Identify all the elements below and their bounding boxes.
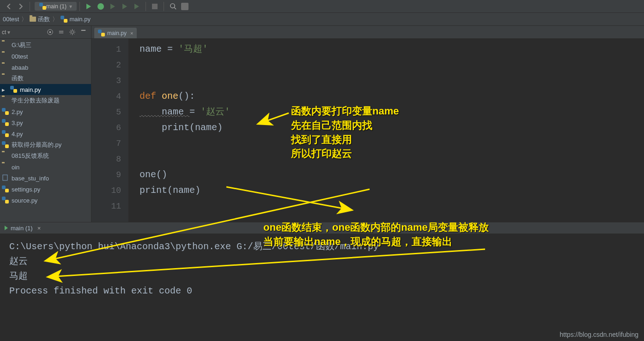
folder-icon bbox=[2, 152, 9, 160]
target-icon[interactable] bbox=[47, 29, 54, 36]
tree-item-label: 0815反馈系统 bbox=[12, 152, 49, 160]
coverage-run-icon[interactable] bbox=[109, 2, 117, 11]
forward-icon[interactable] bbox=[17, 2, 25, 11]
tree-item-label: 学生分数去除废题 bbox=[12, 96, 60, 105]
line-gutter: 1234567891011 bbox=[91, 39, 128, 222]
line-number: 3 bbox=[91, 73, 121, 89]
editor-tab[interactable]: main.py × bbox=[94, 28, 137, 38]
python-icon bbox=[10, 86, 18, 93]
tree-item[interactable]: 4.py bbox=[0, 128, 91, 139]
tree-item[interactable]: settings.py bbox=[0, 184, 91, 195]
tree-item-label: main.py bbox=[20, 86, 41, 93]
tree-item[interactable]: 学生分数去除废题 bbox=[0, 95, 91, 106]
console-line: Process finished with exit code 0 bbox=[9, 284, 635, 299]
tree-item-label: 3.py bbox=[12, 120, 23, 126]
hide-icon[interactable] bbox=[80, 29, 87, 36]
tree-item[interactable]: ▸main.py bbox=[0, 84, 91, 95]
tree-item[interactable]: 获取得分最高的.py bbox=[0, 139, 91, 150]
back-icon[interactable] bbox=[5, 2, 13, 11]
tree-item-label: base_stu_info bbox=[12, 175, 49, 182]
chevron-down-icon: ▾ bbox=[69, 3, 72, 10]
line-number: 4 bbox=[91, 89, 121, 104]
close-icon[interactable]: × bbox=[130, 30, 133, 36]
tree-item-label: G:\易三 bbox=[12, 41, 31, 49]
run-icon bbox=[5, 226, 8, 230]
console-line: 马超 bbox=[9, 269, 635, 284]
tree-item-label: 获取得分最高的.py bbox=[12, 141, 61, 149]
line-number: 11 bbox=[91, 198, 121, 214]
python-icon bbox=[2, 185, 9, 193]
tree-item[interactable]: abaab bbox=[0, 62, 91, 73]
folder-icon bbox=[2, 75, 9, 82]
stop-icon[interactable] bbox=[151, 2, 159, 11]
annotation-text-2: one函数结束，one函数内部的name局变量被释放 当前要输出name，现成的… bbox=[263, 221, 489, 249]
watermark: https://blog.csdn.net/ifubing bbox=[560, 331, 638, 338]
breadcrumb-bar: 00test 〉 函数 〉 main.py bbox=[0, 13, 644, 26]
chevron-right-icon: 〉 bbox=[21, 15, 27, 24]
settings-gear-icon[interactable] bbox=[69, 29, 76, 36]
profile-run-icon[interactable] bbox=[121, 2, 129, 11]
close-icon[interactable]: × bbox=[37, 225, 41, 232]
run-tab[interactable]: main (1) × bbox=[5, 225, 41, 232]
tree-item[interactable]: oin bbox=[0, 162, 91, 173]
debug-icon[interactable] bbox=[97, 2, 105, 11]
main-toolbar: main (1) ▾ bbox=[0, 0, 644, 13]
python-icon bbox=[39, 3, 46, 10]
project-tree[interactable]: G:\易三00testabaab函数▸main.py学生分数去除废题2.py3.… bbox=[0, 39, 91, 222]
line-number: 1 bbox=[91, 42, 121, 57]
collapse-icon[interactable] bbox=[58, 29, 65, 36]
tree-item-label: source.py bbox=[12, 197, 37, 204]
run-config-label: main (1) bbox=[46, 3, 67, 10]
svg-point-0 bbox=[170, 4, 174, 8]
structure-icon[interactable] bbox=[181, 2, 189, 11]
python-icon bbox=[2, 119, 9, 126]
breadcrumb-item[interactable]: main.py bbox=[61, 16, 91, 23]
python-icon bbox=[61, 16, 67, 23]
console-line: 赵云 bbox=[9, 254, 635, 269]
line-number: 9 bbox=[91, 167, 121, 183]
tree-item-label: settings.py bbox=[12, 186, 40, 193]
tree-item-label: 00test bbox=[12, 53, 28, 60]
tree-item-label: oin bbox=[12, 164, 19, 171]
file-icon bbox=[2, 174, 9, 182]
tree-item[interactable]: 函数 bbox=[0, 73, 91, 84]
tree-item[interactable]: source.py bbox=[0, 195, 91, 206]
svg-rect-5 bbox=[81, 30, 85, 30]
editor-tab-label: main.py bbox=[107, 30, 127, 36]
sidebar-title: ct bbox=[2, 29, 6, 36]
sidebar-header: ct ▾ bbox=[0, 26, 91, 39]
folder-icon bbox=[2, 64, 9, 71]
python-icon bbox=[2, 141, 9, 149]
run-config-chip[interactable]: main (1) ▾ bbox=[35, 2, 77, 11]
breadcrumb-item[interactable]: 00test bbox=[3, 16, 19, 23]
run-tab-label: main (1) bbox=[11, 225, 33, 232]
concurrent-run-icon[interactable] bbox=[133, 2, 141, 11]
line-number: 2 bbox=[91, 57, 121, 73]
svg-point-3 bbox=[49, 31, 51, 33]
tree-item[interactable]: 2.py bbox=[0, 106, 91, 117]
run-console[interactable]: C:\Users\python_hui\Anaconda3\python.exe… bbox=[0, 234, 644, 341]
tree-item-label: 2.py bbox=[12, 108, 23, 115]
tree-item[interactable]: 3.py bbox=[0, 117, 91, 128]
tree-item-label: 4.py bbox=[12, 131, 23, 138]
tree-item[interactable]: 0815反馈系统 bbox=[0, 150, 91, 162]
breadcrumb-item[interactable]: 函数 bbox=[30, 15, 50, 24]
breadcrumb-label: 00test bbox=[3, 16, 19, 23]
annotation-text-1: 函数内要打印变量name 先在自己范围内找 找到了直接用 所以打印赵云 bbox=[291, 104, 399, 161]
tree-item[interactable]: 00test bbox=[0, 51, 91, 62]
editor-tabs: main.py × bbox=[91, 26, 644, 39]
tree-item[interactable]: base_stu_info bbox=[0, 173, 91, 184]
search-icon[interactable] bbox=[169, 2, 177, 11]
python-icon bbox=[98, 30, 105, 36]
svg-rect-6 bbox=[3, 175, 7, 180]
svg-point-4 bbox=[71, 30, 74, 33]
project-sidebar: ct ▾ G:\易三00testabaab函数▸main.py学生分数去除废题2… bbox=[0, 26, 91, 222]
line-number: 6 bbox=[91, 120, 121, 136]
run-icon[interactable] bbox=[85, 2, 93, 11]
python-icon bbox=[2, 108, 9, 115]
tree-item[interactable]: G:\易三 bbox=[0, 40, 91, 51]
line-number: 10 bbox=[91, 183, 121, 198]
folder-icon bbox=[30, 17, 36, 22]
chevron-right-icon: 〉 bbox=[52, 15, 58, 24]
line-number: 5 bbox=[91, 104, 121, 120]
